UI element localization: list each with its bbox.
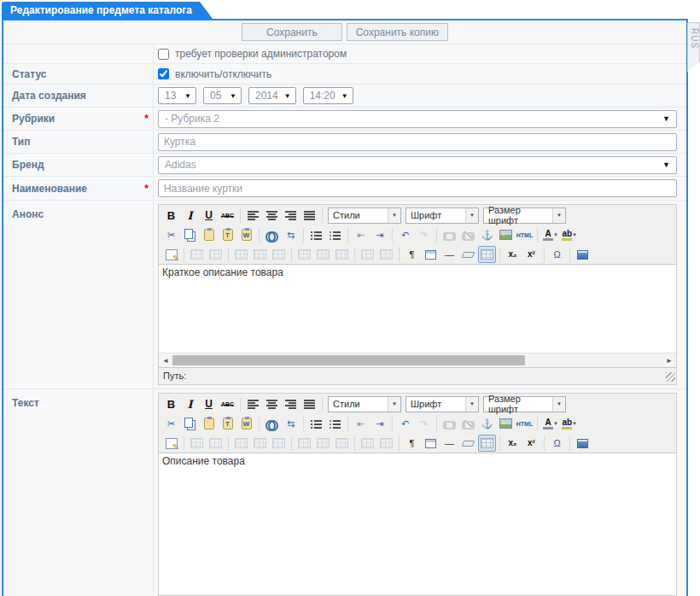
paragraph-marks-icon[interactable]: ¶: [403, 435, 421, 452]
show-blocks-icon[interactable]: [422, 435, 440, 452]
resize-handle-icon[interactable]: [666, 372, 675, 382]
highlight-color-icon[interactable]: ab▾: [560, 226, 578, 243]
month-select[interactable]: 05▼: [203, 87, 242, 104]
styles-select[interactable]: Стили▾: [328, 396, 401, 412]
indent-icon[interactable]: ⇥: [370, 226, 388, 243]
table-cell-props-icon[interactable]: [207, 246, 225, 263]
redo-icon[interactable]: ↷: [415, 226, 433, 243]
html-source-icon[interactable]: HTML: [516, 226, 534, 243]
numbered-list-icon[interactable]: [326, 226, 344, 243]
underline-icon[interactable]: U: [200, 395, 218, 412]
align-right-icon[interactable]: [282, 395, 300, 412]
save-button[interactable]: Сохранить: [242, 23, 342, 41]
image-icon[interactable]: [497, 226, 515, 243]
insert-row-before-icon[interactable]: [232, 246, 250, 263]
link-icon[interactable]: [440, 226, 458, 243]
scroll-left-icon[interactable]: ◄: [159, 357, 172, 365]
subscript-icon[interactable]: x₂: [504, 246, 522, 263]
fontsize-select[interactable]: Размер шрифт▾: [483, 396, 566, 412]
guidelines-icon[interactable]: [478, 246, 496, 263]
fullscreen-icon[interactable]: [574, 435, 592, 452]
numbered-list-icon[interactable]: [326, 415, 344, 432]
align-justify-icon[interactable]: [300, 395, 318, 412]
year-select[interactable]: 2014▼: [248, 87, 296, 104]
paste-text-icon[interactable]: T: [219, 415, 236, 432]
font-select[interactable]: Шрифт▾: [405, 396, 479, 412]
fontsize-select[interactable]: Размер шрифт▾: [483, 207, 566, 224]
status-checkbox[interactable]: [158, 68, 169, 79]
charmap-icon[interactable]: Ω: [548, 435, 566, 452]
text-editor-content[interactable]: Описание товара: [159, 453, 676, 595]
table-row-props-icon[interactable]: [188, 246, 206, 263]
paste-word-icon[interactable]: W: [237, 226, 255, 243]
find-replace-icon[interactable]: ⇆: [282, 415, 300, 432]
undo-icon[interactable]: ↶: [396, 226, 414, 243]
name-input[interactable]: [158, 179, 677, 197]
bullet-list-icon[interactable]: [307, 415, 325, 432]
scroll-right-icon[interactable]: ►: [662, 357, 676, 365]
guidelines-icon[interactable]: [478, 435, 496, 452]
delete-row-icon[interactable]: [270, 246, 288, 263]
bold-icon[interactable]: B: [162, 395, 180, 412]
paste-word-icon[interactable]: W: [237, 415, 255, 432]
html-source-icon[interactable]: HTML: [516, 415, 534, 432]
insert-col-after-icon[interactable]: [314, 435, 332, 452]
unlink-icon[interactable]: [459, 415, 477, 432]
rubrics-select[interactable]: - Рубрика 2▼: [158, 110, 677, 128]
highlight-color-icon[interactable]: ab▾: [560, 415, 578, 432]
remove-format-icon[interactable]: [459, 435, 477, 452]
insert-col-after-icon[interactable]: [314, 246, 332, 263]
unlink-icon[interactable]: [459, 226, 477, 243]
show-blocks-icon[interactable]: [422, 246, 440, 263]
split-cells-icon[interactable]: [359, 246, 376, 263]
paragraph-marks-icon[interactable]: ¶: [403, 246, 421, 263]
align-right-icon[interactable]: [282, 207, 300, 224]
insert-col-before-icon[interactable]: [295, 246, 313, 263]
scrollbar-thumb[interactable]: [172, 355, 525, 365]
superscript-icon[interactable]: x²: [522, 246, 540, 263]
announce-editor-content[interactable]: Краткое описание товара: [159, 264, 676, 353]
insert-table-icon[interactable]: [162, 435, 180, 452]
subscript-icon[interactable]: x₂: [504, 435, 522, 452]
delete-col-icon[interactable]: [333, 435, 351, 452]
find-icon[interactable]: [263, 226, 281, 243]
align-left-icon[interactable]: [244, 395, 262, 412]
bold-icon[interactable]: B: [162, 207, 180, 224]
superscript-icon[interactable]: x²: [522, 435, 540, 452]
remove-format-icon[interactable]: [459, 246, 477, 263]
paste-icon[interactable]: [200, 415, 218, 432]
align-center-icon[interactable]: [263, 207, 281, 224]
insert-row-after-icon[interactable]: [251, 435, 269, 452]
image-icon[interactable]: [497, 415, 515, 432]
day-select[interactable]: 13▼: [158, 87, 196, 104]
split-cells-icon[interactable]: [359, 435, 376, 452]
align-left-icon[interactable]: [244, 207, 262, 224]
page-tab[interactable]: Редактирование предмета каталога: [2, 2, 213, 19]
undo-icon[interactable]: ↶: [396, 415, 414, 432]
outdent-icon[interactable]: ⇤: [352, 415, 370, 432]
insert-col-before-icon[interactable]: [295, 435, 313, 452]
admin-check-checkbox[interactable]: [158, 49, 169, 60]
paste-icon[interactable]: [200, 226, 218, 243]
charmap-icon[interactable]: Ω: [548, 246, 566, 263]
styles-select[interactable]: Стили▾: [328, 207, 401, 224]
redo-icon[interactable]: ↷: [415, 415, 433, 432]
strikethrough-icon[interactable]: ABC: [219, 395, 236, 412]
horizontal-rule-icon[interactable]: —: [440, 435, 458, 452]
indent-icon[interactable]: ⇥: [370, 415, 388, 432]
anchor-icon[interactable]: ⚓: [478, 415, 496, 432]
insert-row-before-icon[interactable]: [232, 435, 250, 452]
copy-icon[interactable]: [181, 226, 199, 243]
announce-editor-hscrollbar[interactable]: ◄ ►: [159, 353, 676, 367]
merge-cells-icon[interactable]: [377, 435, 395, 452]
italic-icon[interactable]: I: [181, 395, 199, 412]
brand-select[interactable]: Adidas▼: [158, 156, 677, 174]
scrollbar-track[interactable]: [172, 354, 662, 367]
cut-icon[interactable]: ✂: [162, 415, 180, 432]
type-input[interactable]: [158, 133, 677, 151]
time-select[interactable]: 14:20▼: [303, 87, 353, 104]
lang-tab-rus[interactable]: RUS: [687, 22, 700, 72]
text-color-icon[interactable]: A▾: [541, 226, 559, 243]
save-copy-button[interactable]: Сохранить копию: [347, 23, 448, 41]
align-justify-icon[interactable]: [300, 207, 318, 224]
